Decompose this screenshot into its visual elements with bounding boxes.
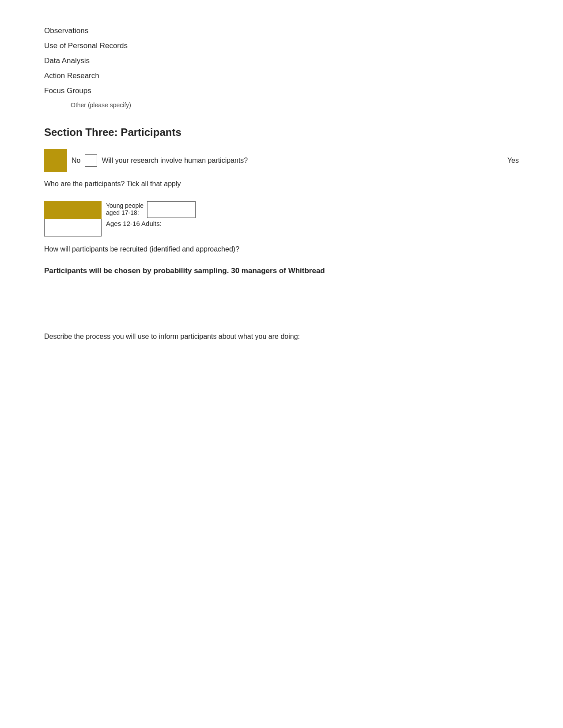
white-outline-rect (44, 219, 102, 236)
who-participants-question: Who are the participants? Tick all that … (44, 180, 519, 188)
recruit-question: How will participants be recruited (iden… (44, 245, 519, 253)
young-people-label: Young people aged 17-18: (106, 202, 144, 218)
gold-filled-rect (44, 201, 102, 219)
human-participants-question: Will your research involve human partici… (102, 157, 494, 165)
list-item-observations: Observations (44, 26, 519, 35)
list-item-data-analysis: Data Analysis (44, 56, 519, 65)
list-item-focus-groups: Focus Groups (44, 86, 519, 95)
method-list: Observations Use of Personal Records Dat… (44, 26, 519, 109)
no-label: No (72, 157, 80, 165)
no-checkbox[interactable] (85, 154, 97, 167)
participant-categories: Young people aged 17-18: Ages 12-16 Adul… (44, 201, 519, 236)
yes-label: Yes (507, 157, 519, 165)
human-participants-row: No Will your research involve human part… (44, 149, 519, 172)
list-item-action-research: Action Research (44, 71, 519, 80)
section-three-title: Section Three: Participants (44, 126, 519, 139)
describe-question: Describe the process you will use to inf… (44, 333, 519, 341)
list-item-personal-records: Use of Personal Records (44, 41, 519, 50)
young-people-row: Young people aged 17-18: (106, 201, 196, 218)
ages-12-16-stack (44, 201, 102, 236)
list-item-other: Other (please specify) (71, 101, 519, 109)
bold-answer: Participants will be chosen by probabili… (44, 266, 519, 275)
young-people-17-18-checkbox[interactable] (147, 201, 196, 218)
gold-checkbox-filled (44, 149, 67, 172)
ages-line: Ages 12-16 Adults: (106, 220, 196, 227)
